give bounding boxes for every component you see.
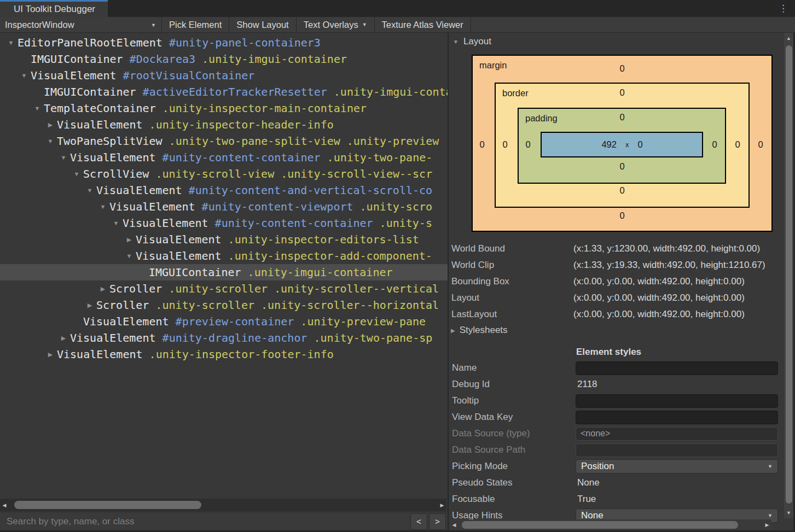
tree-token-type: VisualElement [123, 217, 208, 230]
tree-row[interactable]: ▶VisualElement .unity-inspector-footer-i… [0, 346, 448, 363]
tree-row[interactable]: ▶Scroller .unity-scroller .unity-scrolle… [0, 280, 448, 297]
tree-row[interactable]: ▼ScrollView .unity-scroll-view .unity-sc… [0, 166, 448, 182]
scrollbar-thumb[interactable] [462, 521, 738, 529]
tree-row[interactable]: ▼VisualElement #unity-content-and-vertic… [0, 182, 448, 198]
property-label: Bounding Box [450, 276, 573, 287]
expander-collapsed-icon[interactable]: ▶ [57, 335, 70, 342]
data-source-type-row: Data Source (type) [450, 425, 780, 442]
tree-row[interactable]: ▶Scroller .unity-scroller .unity-scrolle… [0, 297, 448, 313]
target-window-dropdown[interactable]: InspectorWindow ▼ [0, 17, 162, 32]
tree-row[interactable]: ▼EditorPanelRootElement #unity-panel-con… [0, 34, 448, 51]
details-horizontal-scrollbar[interactable]: ◀ ▶ [450, 519, 771, 530]
scroll-right-icon[interactable]: ▶ [763, 522, 771, 528]
padding-left-value: 0 [525, 139, 530, 150]
scrollbar-track[interactable] [9, 499, 438, 511]
expander-collapsed-icon[interactable]: ▶ [44, 121, 57, 128]
tree-row[interactable]: IMGUIContainer #activeEditorTrackerReset… [0, 84, 448, 100]
search-next-button[interactable]: > [429, 513, 446, 530]
scroll-right-icon[interactable]: ▶ [438, 502, 446, 508]
search-bar: < > [0, 512, 448, 530]
text-overlays-dropdown[interactable]: Text Overlays ▼ [297, 17, 375, 32]
expander-expanded-icon[interactable]: ▼ [70, 171, 83, 177]
ui-toolkit-debugger-window: UI Toolkit Debugger ⋮ InspectorWindow ▼ … [0, 0, 795, 532]
expander-collapsed-icon[interactable]: ▶ [96, 285, 109, 293]
tree-token-cls: .unity-scroll-view [149, 167, 274, 180]
expander-expanded-icon[interactable]: ▼ [4, 39, 18, 46]
tree-token-type: VisualElement [109, 200, 195, 213]
hierarchy-horizontal-scrollbar[interactable]: ◀ ▶ [0, 499, 446, 511]
margin-right-value: 0 [758, 139, 763, 150]
tree-token-type: TwoPaneSplitView [57, 135, 163, 148]
tree-token-type: EditorPanelRootElement [18, 36, 163, 49]
tree-token-cls: .unity-scroller--horizontal [254, 299, 439, 312]
texture-atlas-viewer-button[interactable]: Texture Atlas Viewer [375, 17, 471, 32]
expander-expanded-icon[interactable]: ▼ [83, 187, 96, 194]
tree-row[interactable]: ▼VisualElement #unity-content-container … [0, 215, 448, 231]
content-height-value: 0 [637, 139, 642, 150]
padding-top-value: 0 [619, 112, 624, 122]
tree-token-cls: .unity-inspector-footer-info [143, 348, 334, 361]
tooltip-field[interactable] [576, 394, 778, 408]
text-overlays-label: Text Overlays [304, 20, 358, 30]
expander-expanded-icon[interactable]: ▼ [96, 203, 109, 210]
tree-token-cls: .unity-two-pane- [321, 151, 433, 164]
focusable-label: Focusable [450, 494, 576, 505]
expander-expanded-icon[interactable]: ▼ [31, 105, 44, 112]
expander-expanded-icon[interactable]: ▼ [18, 72, 31, 79]
tree-row[interactable]: ▼VisualElement #rootVisualContainer [0, 67, 448, 84]
tree-row[interactable]: VisualElement #preview-container .unity-… [0, 313, 448, 330]
tree-row[interactable]: ▶VisualElement #unity-dragline-anchor .u… [0, 330, 448, 346]
scrollbar-track[interactable] [459, 519, 763, 530]
tree-row[interactable]: ▼TwoPaneSplitView .unity-two-pane-split-… [0, 133, 448, 149]
show-layout-button[interactable]: Show Layout [229, 17, 296, 32]
tree-token-id: #unity-content-and-vertical-scroll-co [182, 184, 433, 197]
tree-row-selected[interactable]: IMGUIContainer .unity-imgui-container [0, 264, 448, 280]
search-prev-button[interactable]: < [410, 513, 427, 530]
kebab-menu-icon[interactable]: ⋮ [779, 2, 788, 15]
tab-title: UI Toolkit Debugger [14, 4, 95, 15]
pick-element-button[interactable]: Pick Element [162, 17, 229, 32]
expander-collapsed-icon[interactable]: ▶ [123, 236, 136, 243]
scrollbar-thumb[interactable] [14, 501, 201, 509]
element-hierarchy-pane: ▼EditorPanelRootElement #unity-panel-con… [0, 33, 448, 532]
show-layout-label: Show Layout [236, 20, 288, 30]
details-vertical-scrollbar[interactable]: ▲ ▼ [784, 33, 793, 518]
scroll-down-icon[interactable]: ▼ [784, 510, 793, 516]
tree-row[interactable]: ▼VisualElement #unity-content-viewport .… [0, 198, 448, 215]
chevron-down-icon: ▼ [768, 464, 773, 469]
tree-token-type: VisualElement [57, 118, 143, 131]
name-field[interactable] [576, 361, 778, 375]
scroll-up-icon[interactable]: ▲ [784, 36, 793, 41]
search-input[interactable] [0, 512, 410, 530]
layout-foldout[interactable]: ▼ Layout [453, 36, 491, 47]
expander-expanded-icon[interactable]: ▼ [44, 138, 57, 144]
view-data-key-field[interactable] [576, 411, 778, 424]
content-width-value: 492 [601, 139, 617, 150]
tree-row[interactable]: ▼TemplateContainer .unity-inspector-main… [0, 100, 448, 116]
tree-token-id: #preview-container [169, 315, 294, 328]
scrollbar-thumb[interactable] [786, 45, 792, 504]
picking-mode-dropdown[interactable]: Position ▼ [576, 459, 778, 473]
tree-row[interactable]: ▼VisualElement #unity-content-container … [0, 149, 448, 166]
expander-expanded-icon[interactable]: ▼ [123, 253, 136, 259]
expander-expanded-icon[interactable]: ▼ [57, 154, 70, 161]
tab-ui-toolkit-debugger[interactable]: UI Toolkit Debugger [0, 0, 108, 17]
tree-row[interactable]: ▶VisualElement .unity-inspector-editors-… [0, 231, 448, 248]
foldout-collapsed-icon[interactable]: ▶ [451, 328, 455, 334]
data-source-type-label: Data Source (type) [450, 428, 576, 439]
margin-bottom-value: 0 [619, 211, 624, 221]
stylesheets-foldout[interactable]: ▶ Stylesheets [451, 323, 508, 338]
expander-collapsed-icon[interactable]: ▶ [44, 351, 57, 358]
foldout-expanded-icon[interactable]: ▼ [453, 39, 459, 45]
scroll-left-icon[interactable]: ◀ [450, 522, 459, 528]
scroll-left-icon[interactable]: ◀ [0, 502, 9, 508]
picking-mode-label: Picking Mode [450, 461, 576, 472]
target-window-value: InspectorWindow [5, 20, 74, 30]
tree-row[interactable]: ▶VisualElement .unity-inspector-header-i… [0, 116, 448, 133]
margin-top-value: 0 [619, 63, 624, 74]
tree-row[interactable]: ▼VisualElement .unity-inspector-add-comp… [0, 248, 448, 264]
tree-row[interactable]: IMGUIContainer #Dockarea3 .unity-imgui-c… [0, 51, 448, 67]
title-bar: UI Toolkit Debugger ⋮ [0, 0, 795, 17]
expander-collapsed-icon[interactable]: ▶ [83, 302, 96, 309]
expander-expanded-icon[interactable]: ▼ [109, 220, 123, 226]
